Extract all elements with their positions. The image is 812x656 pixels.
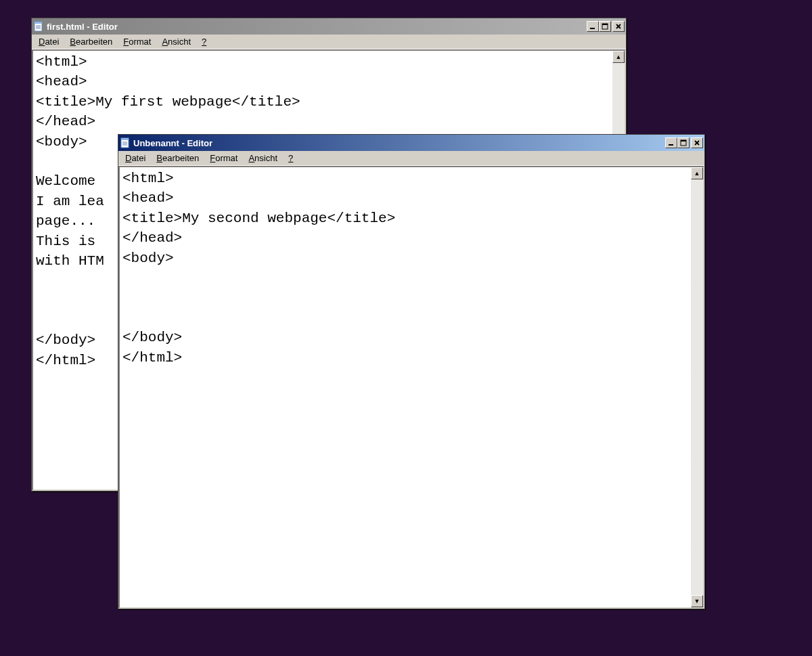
- menu-ansicht[interactable]: Ansicht: [156, 35, 196, 48]
- scroll-up-icon[interactable]: ▲: [691, 167, 703, 179]
- titlebar-unbenannt[interactable]: Unbenannt - Editor: [118, 135, 704, 151]
- menu-format[interactable]: Format: [204, 152, 243, 165]
- menu-format[interactable]: Format: [118, 35, 156, 48]
- window-controls: [587, 21, 625, 32]
- menubar-first: Datei Bearbeiten Format Ansicht ?: [32, 35, 626, 49]
- svg-rect-11: [121, 138, 129, 140]
- menu-help[interactable]: ?: [196, 35, 212, 48]
- minimize-button[interactable]: [665, 137, 677, 148]
- maximize-button[interactable]: [599, 21, 611, 32]
- svg-rect-7: [602, 24, 608, 25]
- window-title: Unbenannt - Editor: [133, 138, 665, 148]
- menu-help[interactable]: ?: [283, 152, 298, 165]
- titlebar-first[interactable]: first.html - Editor: [32, 18, 626, 35]
- svg-rect-15: [669, 144, 673, 146]
- window-title: first.html - Editor: [47, 22, 587, 32]
- maximize-button[interactable]: [677, 137, 690, 148]
- vertical-scrollbar[interactable]: ▲ ▼: [691, 167, 703, 607]
- menu-ansicht[interactable]: Ansicht: [243, 152, 283, 165]
- text-editor-unbenannt[interactable]: [120, 167, 691, 607]
- menu-bearbeiten[interactable]: Bearbeiten: [151, 152, 204, 165]
- minimize-button[interactable]: [587, 21, 599, 32]
- close-button[interactable]: [612, 21, 625, 32]
- editor-window-unbenannt[interactable]: Unbenannt - Editor Datei Bearbeiten Form…: [118, 134, 705, 609]
- scroll-down-icon[interactable]: ▼: [691, 595, 703, 607]
- menubar-unbenannt: Datei Bearbeiten Format Ansicht ?: [118, 151, 704, 166]
- svg-rect-17: [681, 140, 686, 141]
- scroll-up-icon[interactable]: ▲: [612, 51, 625, 63]
- svg-rect-5: [590, 28, 595, 29]
- window-controls: [665, 137, 703, 148]
- close-button[interactable]: [691, 137, 703, 148]
- menu-datei[interactable]: Datei: [120, 152, 151, 165]
- notepad-icon: [33, 21, 44, 32]
- menu-datei[interactable]: Datei: [33, 35, 64, 48]
- client-area-unbenannt: ▲ ▼: [118, 166, 704, 609]
- notepad-icon: [120, 137, 131, 148]
- svg-rect-1: [35, 22, 42, 24]
- menu-bearbeiten[interactable]: Bearbeiten: [64, 35, 118, 48]
- scroll-track[interactable]: [691, 179, 703, 595]
